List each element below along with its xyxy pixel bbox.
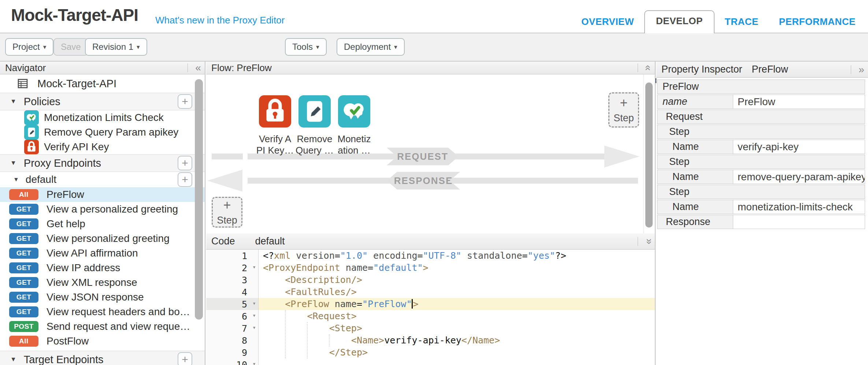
chevron-down-icon: ▾ — [316, 43, 319, 51]
nav-policy-remove-query-param-apikey[interactable]: Remove Query Param apikey — [0, 125, 205, 140]
plus-icon: + — [620, 96, 627, 110]
nav-flow-send-request-and-view-reque-[interactable]: POST Send request and view reque… — [0, 319, 205, 334]
nav-root-mock-target-api[interactable]: Mock-Target-API — [0, 74, 205, 93]
tab-trace[interactable]: TRACE — [715, 16, 769, 33]
inspector-label: Step — [657, 185, 865, 199]
inspector-label: Name — [657, 200, 733, 214]
code-line-2[interactable]: 2▾<ProxyEndpoint name="default"> — [206, 262, 655, 274]
triangle-down-icon[interactable]: ▼ — [10, 98, 16, 105]
code-gutter: 3 — [206, 274, 259, 286]
nav-section-proxy-endpoints[interactable]: ▼ Proxy Endpoints+ — [0, 154, 205, 172]
inspector-value[interactable]: remove-query-param-apikey — [733, 170, 865, 184]
nav-flow-view-json-response[interactable]: GET View JSON response — [0, 290, 205, 305]
method-badge: GET — [9, 262, 38, 273]
cloud-check-icon — [338, 95, 370, 128]
revision-menu-button[interactable]: Revision 1 ▾ — [85, 38, 147, 56]
expand-panel-icon[interactable]: » — [855, 64, 868, 75]
nav-section-policies[interactable]: ▼ Policies+ — [0, 93, 205, 110]
code-gutter: 5▾ — [206, 298, 259, 310]
project-menu-button[interactable]: Project ▾ — [5, 38, 53, 56]
nav-flow-view-personalized-greeting[interactable]: GET View personalized greeting — [0, 231, 205, 246]
proxy-icon — [16, 77, 29, 90]
nav-flow-view-ip-address[interactable]: GET View IP address — [0, 261, 205, 275]
fold-arrow-icon[interactable]: ▾ — [252, 360, 256, 365]
code-panel: Code default « 1<?xml version="1.0" enco… — [206, 233, 656, 365]
code-line-4[interactable]: 4 <FaultRules/> — [206, 286, 655, 298]
code-line-1[interactable]: 1<?xml version="1.0" encoding="UTF-8" st… — [206, 250, 655, 262]
method-badge: GET — [9, 204, 38, 215]
triangle-down-icon[interactable]: ▼ — [13, 176, 19, 183]
flow-scrollbar[interactable] — [645, 82, 653, 228]
flow-step-monetization-limits-check[interactable]: Monetization … — [327, 95, 382, 156]
navigator-title: Navigator — [5, 62, 46, 74]
code-line-6[interactable]: 6▾ <Request> — [206, 310, 655, 322]
fold-arrow-icon[interactable]: ▾ — [252, 263, 256, 270]
code-text: <Name>verify-api-key</Name> — [259, 334, 655, 346]
nav-section-label: Target Endpoints — [24, 354, 104, 365]
collapse-down-icon[interactable]: « — [643, 235, 653, 248]
indent-guide — [285, 310, 286, 358]
line-number: 5 — [242, 299, 247, 310]
request-arrowhead-icon — [604, 145, 639, 167]
whats-new-link[interactable]: What's new in the Proxy Editor — [155, 15, 285, 26]
add-button[interactable]: + — [178, 352, 192, 365]
inspector-label: Request — [657, 110, 865, 123]
nav-policy-verify-api-key[interactable]: Verify API Key — [0, 140, 205, 154]
code-text: <?xml version="1.0" encoding="UTF-8" sta… — [259, 250, 655, 262]
inspector-value[interactable]: verify-api-key — [733, 140, 865, 154]
collapse-up-icon[interactable]: « — [643, 61, 653, 74]
triangle-down-icon[interactable]: ▼ — [10, 356, 16, 363]
nav-item-label: View XML response — [47, 277, 137, 288]
nav-flow-view-xml-response[interactable]: GET View XML response — [0, 275, 205, 290]
inspector-value[interactable] — [733, 215, 865, 229]
code-line-10[interactable]: 10▾ — [206, 358, 655, 365]
nav-item-label: Get help — [47, 218, 85, 230]
nav-flow-preflow[interactable]: All PreFlow — [0, 187, 205, 202]
inspector-label: PreFlow — [657, 80, 865, 93]
inspector-value[interactable]: PreFlow — [733, 95, 865, 108]
nav-item-label: PreFlow — [47, 189, 84, 200]
line-number: 3 — [242, 275, 247, 285]
code-line-3[interactable]: 3 <Description/> — [206, 274, 655, 286]
nav-section-target-endpoints[interactable]: ▼ Target Endpoints+ — [0, 351, 205, 365]
code-line-9[interactable]: 9 </Step> — [206, 346, 655, 358]
chevron-down-icon: ▾ — [137, 43, 140, 51]
nav-item-label: View a personalized greeting — [47, 203, 178, 215]
nav-flow-get-help[interactable]: GET Get help — [0, 217, 205, 231]
fold-arrow-icon[interactable]: ▾ — [252, 300, 256, 307]
nav-flow-view-a-personalized-greeting[interactable]: GET View a personalized greeting — [0, 202, 205, 217]
nav-section-default[interactable]: ▼ default+ — [0, 172, 205, 187]
inspector-value[interactable]: monetization-limits-check — [733, 200, 865, 214]
tab-overview[interactable]: OVERVIEW — [571, 16, 644, 33]
nav-flow-postflow[interactable]: All PostFlow — [0, 334, 205, 349]
code-line-8[interactable]: 8 <Name>verify-api-key</Name> — [206, 334, 655, 346]
tab-performance[interactable]: PERFORMANCE — [769, 16, 866, 33]
add-button[interactable]: + — [178, 94, 192, 109]
code-gutter: 2▾ — [206, 262, 259, 274]
divider — [638, 63, 638, 72]
nav-flow-view-api-affirmation[interactable]: GET View API affirmation — [0, 246, 205, 261]
add-step-button-response[interactable]: + Step — [212, 197, 242, 228]
deployment-menu-button[interactable]: Deployment ▾ — [337, 38, 405, 56]
triangle-down-icon[interactable]: ▼ — [10, 159, 16, 167]
add-button[interactable]: + — [178, 156, 192, 170]
nav-item-label: View JSON response — [47, 291, 144, 303]
code-text — [259, 358, 655, 365]
tools-menu-button[interactable]: Tools ▾ — [285, 38, 327, 56]
inspector-label: Step — [657, 155, 865, 169]
code-editor[interactable]: 1<?xml version="1.0" encoding="UTF-8" st… — [206, 250, 655, 365]
collapse-panel-icon[interactable]: « — [192, 63, 205, 73]
add-step-button-request[interactable]: + Step — [608, 92, 639, 128]
fold-arrow-icon[interactable]: ▾ — [252, 324, 256, 331]
fold-arrow-icon[interactable]: ▾ — [252, 312, 256, 319]
code-line-5[interactable]: 5▾ <PreFlow name="PreFlow"> — [206, 298, 655, 310]
nav-policy-monetization-limits-check[interactable]: Monetization Limits Check — [0, 110, 205, 125]
add-button[interactable]: + — [178, 172, 192, 187]
code-title: Code — [211, 236, 235, 247]
save-button[interactable]: Save — [53, 38, 88, 56]
tab-develop[interactable]: DEVELOP — [644, 10, 715, 33]
navigator-scrollbar[interactable] — [195, 79, 203, 320]
code-line-7[interactable]: 7▾ <Step> — [206, 322, 655, 334]
inspector-row-name: Nameverify-api-key — [657, 140, 865, 154]
nav-flow-view-request-headers-and-bo-[interactable]: GET View request headers and bo… — [0, 305, 205, 319]
